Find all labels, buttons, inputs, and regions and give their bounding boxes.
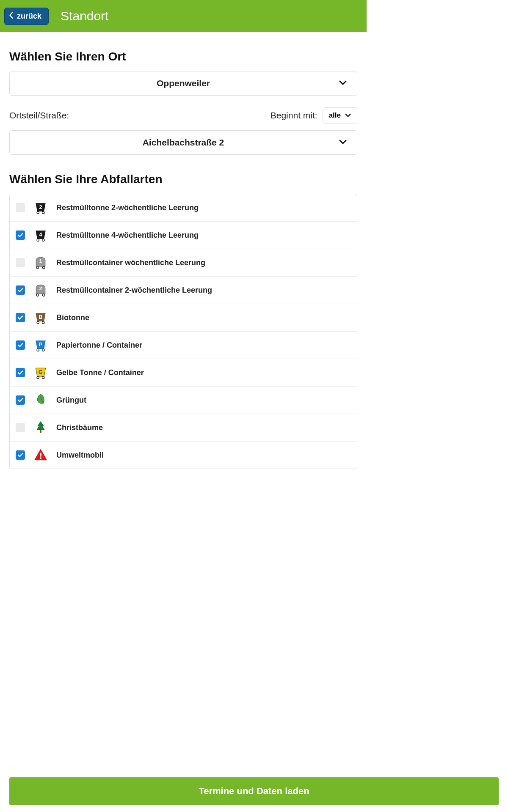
paper-icon: P [33,337,49,353]
svg-text:P: P [39,342,42,348]
svg-point-1 [37,211,39,214]
svg-point-7 [36,266,39,269]
page-title: Standort [61,9,108,23]
begins-with-dropdown[interactable]: alle [323,107,357,123]
svg-text:4: 4 [39,232,42,238]
warning-icon [33,447,49,463]
place-dropdown-value: Oppenweiler [157,78,210,88]
waste-item-label: Restmüllcontainer 2-wöchentliche Leerung [56,286,212,295]
leaf-icon [33,392,49,408]
street-dropdown-value: Aichelbachstraße 2 [143,137,224,148]
location-section-title: Wählen Sie Ihren Ort [9,50,357,63]
waste-item-label: Restmülltonne 4-wöchentliche Leerung [56,231,199,240]
svg-point-19 [37,376,39,379]
begins-with-label: Beginnt mit: [271,110,318,121]
back-button-label: zurück [17,12,41,21]
street-dropdown[interactable]: Aichelbachstraße 2 [9,130,357,155]
waste-item-label: Gelbe Tonne / Container [56,368,144,377]
chevron-left-icon [9,12,14,20]
waste-item[interactable]: GGelbe Tonne / Container [10,359,357,387]
svg-text:B: B [39,314,42,320]
svg-point-5 [42,239,44,241]
app-header: zurück Standort [0,0,367,32]
waste-item-label: Papiertonne / Container [56,341,142,350]
begins-with-group: Beginnt mit: alle [271,107,357,123]
svg-point-8 [43,266,45,269]
svg-point-20 [42,376,44,379]
checkbox[interactable] [16,450,25,460]
svg-text:1: 1 [39,258,42,263]
checkbox[interactable] [16,368,25,377]
checkbox[interactable] [16,340,25,350]
waste-item-label: Restmülltonne 2-wöchentliche Leerung [56,203,199,212]
yellow-icon: G [33,365,49,381]
waste-item[interactable]: PPapiertonne / Container [10,332,357,359]
place-dropdown[interactable]: Oppenweiler [9,71,357,96]
svg-point-14 [42,321,44,324]
waste-item[interactable]: 4Restmülltonne 4-wöchentliche Leerung [10,222,357,249]
waste-item[interactable]: Grüngut [10,387,357,414]
checkbox[interactable] [16,203,25,212]
checkbox[interactable] [16,313,25,322]
district-row: Ortsteil/Straße: Beginnt mit: alle [9,107,357,123]
container-2-icon: 2 [33,282,49,298]
waste-item-label: Christbäume [56,423,103,432]
begins-with-value: alle [329,111,341,120]
waste-item-label: Restmüllcontainer wöchentliche Leerung [56,258,205,267]
svg-text:2: 2 [39,285,42,291]
bio-icon: B [33,310,49,326]
chevron-down-icon [339,80,347,87]
svg-rect-23 [40,457,41,459]
waste-section-title: Wählen Sie Ihre Abfallarten [9,173,357,186]
waste-item[interactable]: Christbäume [10,414,357,442]
checkbox[interactable] [16,395,25,405]
back-button[interactable]: zurück [4,8,49,25]
checkbox[interactable] [16,285,25,295]
waste-item[interactable]: 1Restmüllcontainer wöchentliche Leerung [10,249,357,277]
svg-point-13 [37,321,39,324]
svg-text:G: G [39,369,43,375]
waste-item[interactable]: 2Restmülltonne 2-wöchentliche Leerung [10,194,357,222]
waste-item[interactable]: 2Restmüllcontainer 2-wöchentliche Leerun… [10,277,357,304]
svg-text:2: 2 [39,204,42,210]
bin-4-icon: 4 [33,227,49,243]
svg-point-16 [37,349,39,351]
chevron-down-icon [339,139,347,146]
chevron-down-icon [345,111,351,120]
tree-icon [33,420,49,436]
bin-2-icon: 2 [33,200,49,216]
waste-item-label: Biotonne [56,313,89,322]
district-label: Ortsteil/Straße: [9,110,69,121]
svg-point-11 [43,294,45,296]
container-1-icon: 1 [33,255,49,271]
checkbox[interactable] [16,230,25,240]
svg-point-4 [37,239,39,241]
svg-point-2 [42,211,44,214]
svg-rect-21 [40,430,41,433]
content: Wählen Sie Ihren Ort Oppenweiler Ortstei… [0,32,367,469]
waste-list: 2Restmülltonne 2-wöchentliche Leerung4Re… [9,194,357,469]
svg-point-10 [36,294,39,296]
checkbox[interactable] [16,423,25,432]
svg-point-17 [42,349,44,351]
waste-item-label: Umweltmobil [56,451,104,460]
svg-rect-22 [40,453,41,457]
checkbox[interactable] [16,258,25,267]
waste-item[interactable]: Umweltmobil [10,442,357,469]
waste-item-label: Grüngut [56,396,86,405]
waste-item[interactable]: BBiotonne [10,304,357,332]
